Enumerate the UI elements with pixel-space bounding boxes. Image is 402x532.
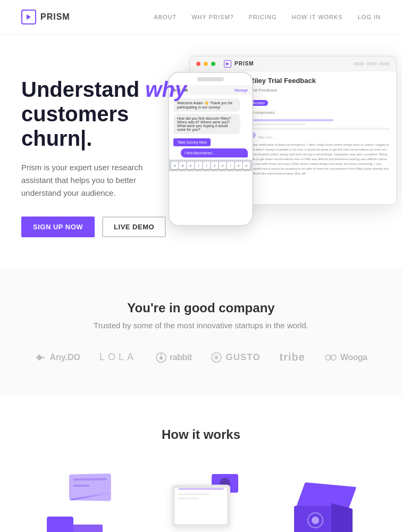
how-it-works-section: How it works 1) Choose targ [0, 395, 402, 532]
hero-mockup: ▶ PRISM AUTOWORKS [173, 56, 397, 237]
logo-icon [21, 10, 36, 24]
dm-avatar-row-1: Riley Amo... [249, 132, 390, 139]
logo-tribe: tribe [280, 351, 305, 363]
how-it-works-heading: How it works [21, 427, 381, 442]
illus-gun-barrel [71, 525, 103, 532]
nav-how-it-works[interactable]: HOW IT WORKS [292, 14, 343, 20]
key-p: p [243, 162, 250, 169]
svg-point-9 [329, 356, 332, 359]
logo-gusto: GUSTO [211, 352, 260, 363]
step-2-visual [146, 469, 255, 532]
cube-icon-inner [312, 517, 319, 524]
hero-description: Prism is your expert user research assis… [21, 161, 170, 200]
dm-main-feedback: Better notification of lead conversation… [249, 143, 390, 174]
svg-marker-0 [27, 14, 31, 20]
step-1-illustration [41, 474, 111, 532]
illus-tablet-screen [175, 488, 227, 524]
rabbit-label: rabbit [170, 353, 191, 362]
illus-card-line-1 [73, 478, 106, 481]
logo-lola: LOLA [99, 352, 137, 363]
tablet-line-2 [178, 493, 210, 495]
hero-headline: Understand why customers churn|. [21, 77, 202, 151]
nav-links: ABOUT WHY PRISM? PRICING HOW IT WORKS LO… [154, 14, 381, 20]
dm-feedback-text: Riley Amo... [258, 135, 275, 139]
social-proof-subheading: Trusted by some of the most innovative s… [21, 321, 381, 330]
hero-mockup-area: ▶ PRISM AUTOWORKS [202, 66, 381, 247]
frame-nav-dot-2 [366, 62, 377, 65]
logo[interactable]: PRISM [21, 10, 70, 24]
step-3-illustration [289, 474, 363, 532]
nav-why-prism[interactable]: WHY PRISM? [191, 14, 233, 20]
social-proof-section: You're in good company Trusted by some o… [0, 269, 402, 395]
anydo-label: Any.DO [50, 353, 80, 362]
tablet-line-1 [178, 488, 224, 490]
desktop-feedback-subtitle: Trial Feedback [249, 88, 390, 93]
illus-gun-body [47, 517, 73, 532]
cube-icon [307, 512, 323, 528]
frame-logo-icon: ▶ [224, 60, 231, 68]
steps-row: 1) Choose target audience Identify your … [21, 469, 381, 532]
rabbit-icon [156, 352, 166, 363]
nav-about[interactable]: ABOUT [154, 14, 177, 20]
phone-manage: Manage [234, 88, 248, 92]
wooga-icon [324, 352, 337, 363]
logo-text: PRISM [40, 12, 70, 22]
nav-pricing[interactable]: PRICING [249, 14, 277, 20]
key-i: i [227, 162, 234, 169]
illus-cube-side [331, 503, 353, 532]
dot-red [196, 62, 200, 66]
logos-row: Any.DO LOLA rabbit GUSTO tribe [21, 351, 381, 363]
step-2: 2) Select response format Select a forma… [146, 469, 255, 532]
key-y: y [211, 162, 218, 169]
desktop-main-content: Riley Trial Feedback Trial Feedback Answ… [243, 71, 396, 204]
frame-nav [354, 62, 390, 65]
logo-rabbit: rabbit [156, 352, 191, 363]
desktop-responses: 28 responses [249, 110, 390, 115]
signup-button[interactable]: SIGN UP NOW [21, 217, 95, 237]
dm-line-2 [249, 123, 306, 126]
tablet-line-3 [178, 497, 199, 500]
step-2-illustration [164, 474, 238, 532]
logo-wooga: Wooga [324, 352, 367, 363]
frame-nav-dot-3 [379, 62, 390, 65]
step-1-visual [21, 469, 130, 532]
frame-logo-text: PRISM [234, 61, 254, 66]
step-1: 1) Choose target audience Identify your … [21, 469, 130, 532]
illus-gun [47, 517, 73, 532]
hero-buttons: SIGN UP NOW LIVE DEMO [21, 217, 202, 237]
frame-logo: ▶ PRISM [224, 60, 254, 68]
hero-content: Understand why customers churn|. Prism i… [21, 77, 202, 237]
logo-svg [25, 13, 32, 21]
desktop-feedback-title: Riley Trial Feedback [249, 77, 390, 85]
main-nav: PRISM ABOUT WHY PRISM? PRICING HOW IT WO… [0, 0, 402, 35]
svg-point-6 [215, 356, 217, 359]
lola-label: LOLA [99, 352, 137, 363]
dm-line-3 [249, 128, 390, 130]
frame-nav-dot-1 [354, 62, 364, 65]
hero-headline-part1: Understand [21, 78, 145, 101]
dot-yellow [204, 62, 208, 66]
social-proof-heading: You're in good company [21, 301, 381, 315]
frame-topbar: ▶ PRISM [190, 56, 396, 71]
step-3-visual [272, 469, 381, 532]
gusto-icon [211, 352, 222, 363]
live-demo-button[interactable]: LIVE DEMO [102, 217, 166, 237]
gusto-label: GUSTO [225, 352, 260, 363]
logo-anydo: Any.DO [35, 353, 80, 362]
illus-tablet [172, 485, 230, 527]
step-3: 3) Collect & share insights After your p… [272, 469, 381, 532]
key-u: u [219, 162, 226, 169]
illus-card-line-2 [73, 485, 89, 487]
dm-line-1 [249, 119, 333, 121]
nav-login[interactable]: LOG IN [358, 14, 381, 20]
key-t: t [203, 162, 210, 169]
wooga-label: Wooga [340, 353, 367, 362]
svg-point-3 [160, 356, 163, 360]
tribe-label: tribe [280, 351, 305, 363]
anydo-icon [35, 353, 47, 362]
hero-section: Understand why customers churn|. Prism i… [0, 35, 402, 269]
hero-headline-italic: why [145, 78, 187, 101]
dot-green [211, 62, 215, 66]
key-o: o [235, 162, 242, 169]
hero-headline-part2: customers churn|. [21, 102, 129, 150]
